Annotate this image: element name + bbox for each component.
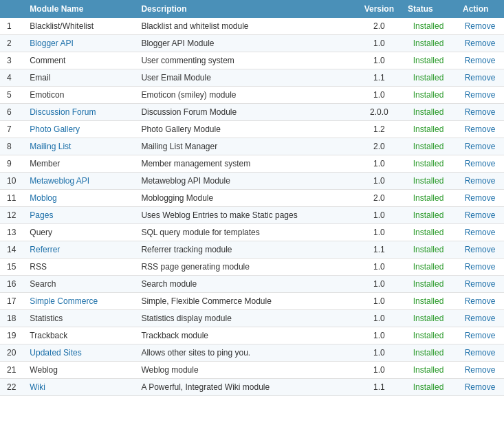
- module-description: Moblogging Module: [134, 190, 357, 207]
- status-badge: Installed: [413, 73, 444, 83]
- module-action-cell[interactable]: Remove: [456, 293, 504, 310]
- module-version: 2.0: [358, 138, 401, 155]
- module-name-link[interactable]: Discussion Forum: [30, 107, 96, 117]
- module-action-cell[interactable]: Remove: [456, 35, 504, 52]
- remove-button[interactable]: Remove: [465, 331, 496, 340]
- module-name-cell[interactable]: Referrer: [23, 241, 134, 259]
- row-number: 13: [0, 224, 23, 241]
- remove-button[interactable]: Remove: [465, 107, 496, 117]
- module-name-cell[interactable]: Metaweblog API: [23, 173, 134, 190]
- module-description: SQL query module for templates: [134, 224, 357, 241]
- module-status: Installed: [401, 224, 456, 241]
- module-action-cell[interactable]: Remove: [456, 52, 504, 69]
- remove-button[interactable]: Remove: [465, 176, 496, 186]
- modules-table: Module Name Description Version Status A…: [0, 0, 504, 396]
- status-badge: Installed: [413, 193, 444, 203]
- remove-button[interactable]: Remove: [465, 382, 496, 392]
- module-action-cell[interactable]: Remove: [456, 310, 504, 327]
- status-badge: Installed: [413, 382, 444, 392]
- module-name-link[interactable]: Pages: [30, 210, 53, 220]
- module-action-cell[interactable]: Remove: [456, 87, 504, 104]
- module-name-link[interactable]: Mailing List: [30, 142, 71, 151]
- status-badge: Installed: [413, 39, 444, 48]
- module-action-cell[interactable]: Remove: [456, 138, 504, 155]
- module-action-cell[interactable]: Remove: [456, 224, 504, 241]
- module-action-cell[interactable]: Remove: [456, 259, 504, 276]
- remove-button[interactable]: Remove: [465, 365, 496, 375]
- module-name-link[interactable]: Metaweblog API: [30, 176, 89, 186]
- remove-button[interactable]: Remove: [465, 210, 496, 220]
- module-name-cell[interactable]: Updated Sites: [23, 344, 134, 362]
- module-action-cell[interactable]: Remove: [456, 379, 504, 396]
- module-action-cell[interactable]: Remove: [456, 190, 504, 207]
- module-name-cell[interactable]: Blogger API: [23, 35, 134, 52]
- module-name-cell[interactable]: Wiki: [23, 379, 134, 396]
- module-description: Referrer tracking module: [134, 241, 357, 259]
- module-description: Statistics display module: [134, 310, 357, 327]
- remove-button[interactable]: Remove: [465, 314, 496, 323]
- row-number: 5: [0, 87, 23, 104]
- module-action-cell[interactable]: Remove: [456, 344, 504, 362]
- module-action-cell[interactable]: Remove: [456, 18, 504, 35]
- module-version: 1.0: [358, 173, 401, 190]
- module-name-cell[interactable]: Moblog: [23, 190, 134, 207]
- module-name-cell[interactable]: Simple Commerce: [23, 293, 134, 310]
- table-row: 13QuerySQL query module for templates1.0…: [0, 224, 504, 241]
- module-name-cell[interactable]: Photo Gallery: [23, 121, 134, 138]
- module-name-cell[interactable]: Mailing List: [23, 138, 134, 155]
- row-number: 15: [0, 259, 23, 276]
- remove-button[interactable]: Remove: [465, 348, 496, 358]
- module-status: Installed: [401, 104, 456, 121]
- module-action-cell[interactable]: Remove: [456, 173, 504, 190]
- remove-button[interactable]: Remove: [465, 262, 496, 272]
- remove-button[interactable]: Remove: [465, 39, 496, 48]
- module-action-cell[interactable]: Remove: [456, 69, 504, 87]
- module-action-cell[interactable]: Remove: [456, 121, 504, 138]
- module-name-link[interactable]: Referrer: [30, 245, 60, 254]
- status-badge: Installed: [413, 228, 444, 237]
- module-action-cell[interactable]: Remove: [456, 276, 504, 293]
- remove-button[interactable]: Remove: [465, 56, 496, 65]
- remove-button[interactable]: Remove: [465, 296, 496, 306]
- module-description: User commenting system: [134, 52, 357, 69]
- module-name-link[interactable]: Photo Gallery: [30, 124, 80, 134]
- row-number: 2: [0, 35, 23, 52]
- module-action-cell[interactable]: Remove: [456, 241, 504, 259]
- remove-button[interactable]: Remove: [465, 159, 496, 168]
- status-badge: Installed: [413, 348, 444, 358]
- remove-button[interactable]: Remove: [465, 279, 496, 289]
- module-name-cell[interactable]: Discussion Forum: [23, 104, 134, 121]
- module-action-cell[interactable]: Remove: [456, 155, 504, 173]
- remove-button[interactable]: Remove: [465, 90, 496, 100]
- module-version: 1.0: [358, 327, 401, 344]
- remove-button[interactable]: Remove: [465, 21, 496, 31]
- module-version: 1.1: [358, 241, 401, 259]
- remove-button[interactable]: Remove: [465, 124, 496, 134]
- module-name-cell[interactable]: Pages: [23, 207, 134, 224]
- remove-button[interactable]: Remove: [465, 73, 496, 83]
- module-action-cell[interactable]: Remove: [456, 207, 504, 224]
- module-name-link[interactable]: Blogger API: [30, 39, 73, 48]
- remove-button[interactable]: Remove: [465, 228, 496, 237]
- module-action-cell[interactable]: Remove: [456, 104, 504, 121]
- module-version: 1.0: [358, 276, 401, 293]
- module-description: Discussion Forum Module: [134, 104, 357, 121]
- table-row: 20Updated SitesAllows other sites to pin…: [0, 344, 504, 362]
- module-action-cell[interactable]: Remove: [456, 362, 504, 379]
- module-name-link[interactable]: Simple Commerce: [30, 296, 98, 306]
- table-row: 3CommentUser commenting system1.0Install…: [0, 52, 504, 69]
- remove-button[interactable]: Remove: [465, 142, 496, 151]
- module-status: Installed: [401, 344, 456, 362]
- table-row: 17Simple CommerceSimple, Flexible Commer…: [0, 293, 504, 310]
- module-name-cell: Blacklist/Whitelist: [23, 18, 134, 35]
- module-version: 1.1: [358, 69, 401, 87]
- module-version: 1.0: [358, 310, 401, 327]
- remove-button[interactable]: Remove: [465, 245, 496, 254]
- module-name-cell: Member: [23, 155, 134, 173]
- module-name-link[interactable]: Wiki: [30, 382, 45, 392]
- table-row: 6Discussion ForumDiscussion Forum Module…: [0, 104, 504, 121]
- remove-button[interactable]: Remove: [465, 193, 496, 203]
- module-name-link[interactable]: Moblog: [30, 193, 56, 203]
- module-action-cell[interactable]: Remove: [456, 327, 504, 344]
- module-name-link[interactable]: Updated Sites: [30, 348, 81, 358]
